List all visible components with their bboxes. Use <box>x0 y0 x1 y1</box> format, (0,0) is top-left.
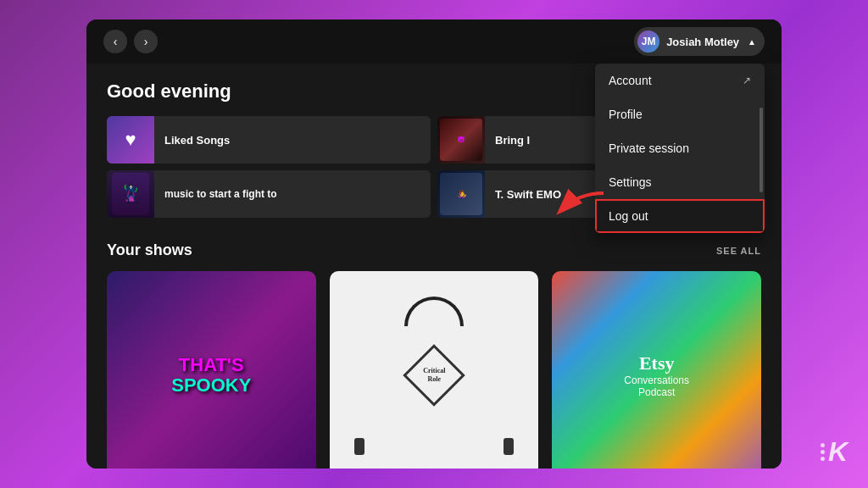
avatar: JM <box>637 30 659 53</box>
dropdown-item-profile[interactable]: Profile <box>595 97 765 131</box>
scrollbar[interactable] <box>760 108 763 192</box>
playlist-thumbnail: 😈 <box>437 116 485 164</box>
chevron-down-icon: ▲ <box>748 37 756 47</box>
watermark: K <box>821 436 848 468</box>
playlist-thumbnail: 👩‍🎤 <box>437 170 485 218</box>
show-card[interactable]: Etsy ConversationsPodcast Etsy Conversat… <box>552 271 761 469</box>
playlist-item-label: T. Swift EMO <box>485 188 571 201</box>
playlist-thumbnail: 🦹 <box>107 170 154 218</box>
show-thumbnail: CriticalRole <box>330 271 539 469</box>
shows-section-title: Your shows <box>107 241 192 259</box>
user-menu-trigger[interactable]: JM Josiah Motley ▲ <box>634 27 765 56</box>
dropdown-item-account[interactable]: Account ↗ <box>595 64 765 97</box>
show-card[interactable]: CriticalRole Critical Role <box>330 271 539 469</box>
app-window: ‹ › JM Josiah Motley ▲ Account ↗ Profile… <box>86 19 782 469</box>
dropdown-menu: Account ↗ Profile Private session Settin… <box>595 64 765 233</box>
dropdown-item-settings[interactable]: Settings <box>595 165 765 199</box>
see-all-button[interactable]: SEE ALL <box>716 246 761 256</box>
user-name-label: Josiah Motley <box>666 36 739 48</box>
shows-grid: THAT'SSPOOKY That's Spooky <box>107 271 761 469</box>
external-link-icon: ↗ <box>743 75 751 86</box>
watermark-dots <box>821 443 825 461</box>
forward-button[interactable]: › <box>134 30 158 53</box>
playlist-item-label: Bring I <box>485 134 540 147</box>
back-button[interactable]: ‹ <box>103 30 127 53</box>
dropdown-item-logout[interactable]: Log out <box>595 199 765 233</box>
show-thumbnail: THAT'SSPOOKY <box>107 271 316 469</box>
show-thumbnail: Etsy ConversationsPodcast <box>552 271 761 469</box>
playlist-item-label: music to start a fight to <box>154 188 287 200</box>
playlist-thumbnail: ♥ <box>107 116 154 164</box>
shows-section-header: Your shows SEE ALL <box>107 241 761 259</box>
top-bar: ‹ › JM Josiah Motley ▲ <box>86 19 782 64</box>
playlist-item[interactable]: ♥ Liked Songs <box>107 116 431 164</box>
nav-buttons: ‹ › <box>103 30 158 53</box>
playlist-item-label: Liked Songs <box>154 134 240 147</box>
heart-icon: ♥ <box>125 129 136 151</box>
show-card[interactable]: THAT'SSPOOKY That's Spooky <box>107 271 316 469</box>
watermark-letter: K <box>828 436 848 468</box>
dropdown-item-private-session[interactable]: Private session <box>595 131 765 165</box>
playlist-item[interactable]: 🦹 music to start a fight to <box>107 170 431 218</box>
